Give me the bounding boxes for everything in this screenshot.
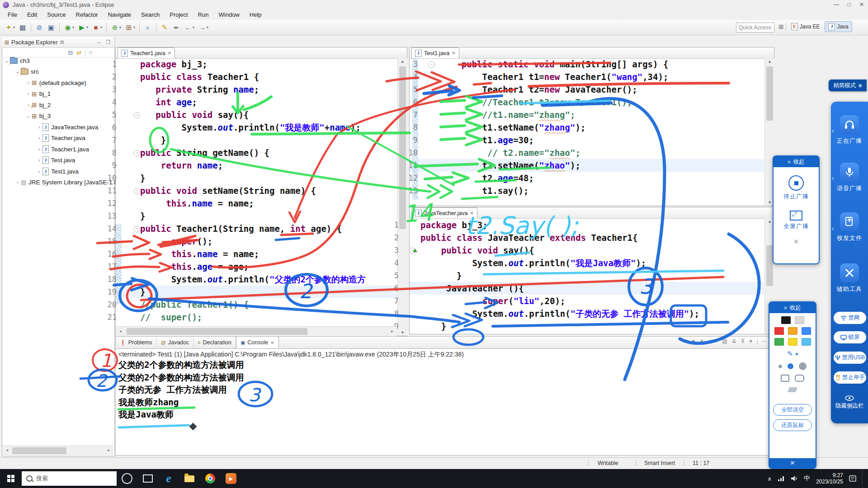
run-button[interactable]: ▶▾ — [76, 22, 90, 33]
color-swatch[interactable] — [788, 338, 797, 346]
ban-network-button[interactable]: 禁网 — [834, 312, 866, 324]
menu-project[interactable]: Project — [165, 10, 192, 20]
tree-item-bj-1[interactable]: ›⊞bj_1 — [25, 89, 51, 99]
tree-collapsed-arrow[interactable]: › — [25, 91, 32, 96]
tree-item-bj-3[interactable]: ⌄⊞bj_3 — [25, 111, 51, 122]
horizontal-scrollbar[interactable]: ◂▸ — [116, 326, 397, 336]
save-button[interactable]: ▦ — [17, 22, 28, 33]
taskbar-chrome-icon[interactable] — [200, 469, 221, 488]
collapse-all-icon[interactable]: ⊟ — [68, 49, 73, 56]
tab-javateacher[interactable]: JJavaTeacher.java✕ — [411, 207, 477, 218]
color-swatch[interactable] — [788, 327, 797, 335]
tab-close-icon[interactable]: ✕ — [452, 51, 455, 56]
link-editor-icon[interactable]: ⇄ — [76, 49, 81, 56]
menu-run[interactable]: Run — [194, 10, 213, 20]
taskbar-task-view-icon[interactable] — [137, 469, 158, 488]
external-tools-button[interactable]: ■▾ — [90, 22, 104, 33]
tree-item-test-java[interactable]: ›JTest.java — [36, 155, 75, 166]
mark-occurrences-button[interactable]: ✎ — [159, 22, 170, 33]
color-swatch[interactable] — [781, 316, 791, 324]
explorer-hscrollbar[interactable]: ◂▸ — [2, 446, 113, 455]
color-swatch[interactable] — [795, 316, 804, 324]
new-java-class-button[interactable]: ⊕▾ — [109, 22, 123, 33]
menu-window[interactable]: Window — [215, 10, 244, 20]
rounded-rectangle-tool[interactable] — [795, 375, 804, 382]
panel-close-icon[interactable]: ✕ — [769, 458, 816, 468]
debug-button[interactable]: ◉▾ — [62, 22, 75, 33]
restore-mouse-button[interactable]: 还原鼠标 — [773, 419, 812, 431]
maximize-button[interactable]: □ — [843, 0, 855, 9]
minimize-button[interactable]: — — [830, 0, 843, 9]
tab-teacher1[interactable]: JTeacher1.java✕ — [118, 47, 175, 58]
brush-size-small[interactable] — [778, 365, 782, 368]
tree-item-src[interactable]: ⌄src — [14, 66, 39, 77]
notification-icon[interactable] — [849, 475, 856, 482]
tab-close-icon[interactable]: ✕ — [270, 340, 274, 345]
brush-size-large[interactable] — [799, 362, 807, 370]
speaker-icon[interactable] — [791, 475, 798, 482]
tree-item-test1-java[interactable]: ›JTest1.java — [36, 166, 79, 177]
new-package-button[interactable]: ⊞▾ — [123, 22, 137, 33]
pen-tool-button[interactable]: ✎ — [769, 350, 816, 358]
tree-item-ch3[interactable]: ⌄ch3 — [4, 55, 30, 66]
brush-size-medium[interactable] — [788, 363, 793, 369]
menu-search[interactable]: Search — [137, 10, 164, 20]
tab-close-icon[interactable]: ✕ — [168, 51, 171, 56]
color-swatch[interactable] — [802, 327, 811, 335]
view-menu-icon[interactable]: ▽ — [89, 51, 92, 55]
panel-header[interactable]: ≡收起 — [769, 302, 816, 313]
sidebar-item-broadcasting[interactable]: 正在广播 — [831, 115, 868, 145]
tree-item-teacher1-java[interactable]: ›JTeacher1.java — [36, 144, 89, 155]
tab-close-icon[interactable]: ✕ — [470, 211, 474, 216]
fold-marker-icon[interactable]: − — [134, 188, 140, 194]
rectangle-tool[interactable] — [781, 375, 789, 382]
view-close-icon[interactable]: ⊠ — [60, 39, 64, 45]
fold-marker-icon[interactable]: − — [134, 112, 140, 118]
panel-close-icon[interactable]: ✕ — [774, 238, 819, 246]
ban-raise-hand-button[interactable]: 禁止举手 — [834, 371, 866, 384]
menu-edit[interactable]: Edit — [23, 10, 41, 20]
quick-access-input[interactable]: Quick Access — [736, 23, 774, 33]
console-minimize-icon[interactable]: ─ — [763, 338, 767, 344]
view-maximize-icon[interactable]: ❒ — [106, 39, 110, 45]
hide-sidebar-button[interactable]: 隐藏侧边栏 — [831, 395, 868, 410]
clear-all-button[interactable]: 全部清空 — [773, 404, 812, 416]
taskbar-search-input[interactable]: 搜索 — [22, 471, 117, 486]
sidebar-item-tools[interactable]: 辅助工具 — [831, 263, 868, 293]
terminate-icon[interactable]: ■ — [692, 338, 695, 344]
tree-collapsed-arrow[interactable]: › — [36, 147, 42, 152]
taskbar-cortana-icon[interactable] — [117, 469, 137, 488]
console-tab-javadoc[interactable]: @Javadoc — [157, 337, 194, 348]
tree-collapsed-arrow[interactable]: › — [36, 169, 42, 174]
taskbar-edge-icon[interactable]: e — [158, 469, 179, 488]
search-button[interactable]: ⌕ — [142, 22, 153, 33]
eraser-tool[interactable] — [788, 387, 797, 392]
forward-button[interactable]: →▾ — [197, 22, 210, 33]
stop-broadcast-button[interactable]: 停止广播 — [774, 175, 819, 201]
scrollbar-thumb[interactable] — [127, 328, 307, 335]
last-edit-location-button[interactable]: ↞ — [171, 22, 182, 33]
tree-item-javateacher-java[interactable]: ›JJavaTeacher.java — [36, 122, 98, 132]
new-wizard-button[interactable]: ✦▾ — [3, 22, 16, 33]
menu-help[interactable]: Help — [245, 10, 266, 20]
network-icon[interactable] — [778, 475, 785, 482]
skip-breakpoints-button[interactable]: ⊘ — [34, 22, 45, 33]
color-swatch[interactable] — [802, 338, 811, 346]
taskbar-clock[interactable]: 9:272023/10/25 — [816, 472, 843, 485]
pin-console-icon[interactable]: ⊼ — [741, 338, 745, 344]
tab-test1[interactable]: JTest1.java✕ — [411, 47, 459, 58]
ban-usb-button[interactable]: 禁用USB — [834, 352, 866, 364]
clear-console-icon[interactable]: ▤ — [722, 338, 727, 344]
console-tab-problems[interactable]: ❗Problems — [116, 337, 157, 348]
view-minimize-icon[interactable]: ─ — [97, 40, 101, 45]
tray-chevron-icon[interactable]: ∧ — [767, 475, 772, 482]
menu-source[interactable]: Source — [43, 10, 70, 20]
tree-collapsed-arrow[interactable]: › — [14, 180, 21, 185]
scroll-lock-icon[interactable]: ⇊ — [732, 338, 736, 344]
ime-indicator[interactable]: 中 — [804, 474, 810, 483]
remove-all-terminated-icon[interactable]: ✕✕ — [708, 338, 717, 344]
lock-screen-button[interactable]: 锁屏 — [834, 331, 866, 343]
perspective-javaee[interactable]: EJava EE — [788, 22, 823, 32]
menu-navigate[interactable]: Navigate — [104, 10, 135, 20]
tree-collapsed-arrow[interactable]: › — [36, 136, 42, 141]
